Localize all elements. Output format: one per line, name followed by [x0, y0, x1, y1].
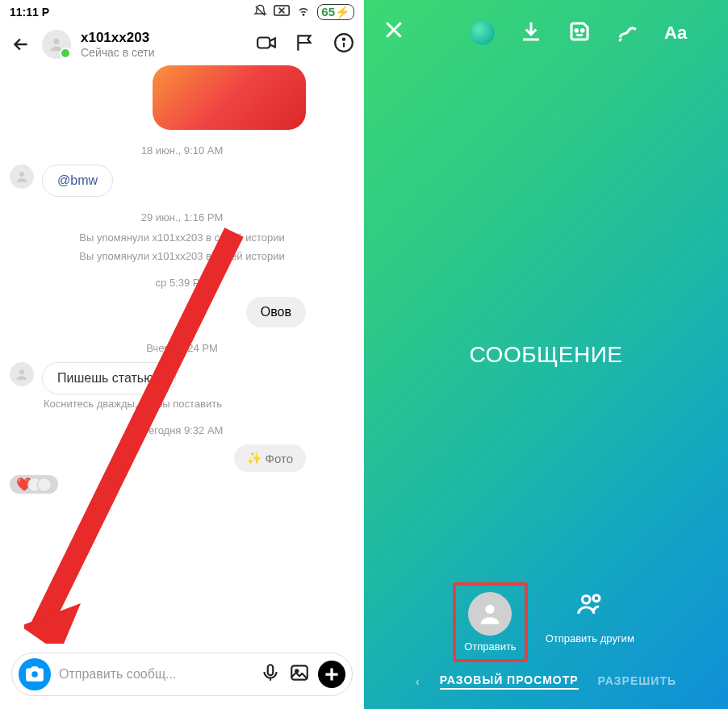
- color-picker-icon[interactable]: [471, 21, 495, 45]
- app-indicator-icon: P: [42, 6, 49, 19]
- back-button[interactable]: [10, 33, 32, 56]
- story-tabs: ‹ РАЗОВЫЙ ПРОСМОТР РАЗРЕШИТЬ: [416, 674, 676, 690]
- tab-once-view[interactable]: РАЗОВЫЙ ПРОСМОТР: [440, 674, 579, 690]
- video-call-icon[interactable]: [256, 32, 277, 56]
- gallery-icon[interactable]: [289, 662, 310, 686]
- chat-header: x101xx203 Сейчас в сети: [0, 23, 364, 65]
- timestamp: Вчера 9:24 PM: [10, 342, 354, 354]
- send-others[interactable]: Отправить другим: [546, 587, 634, 644]
- svg-point-15: [486, 605, 495, 614]
- send-label: Отправить: [464, 640, 516, 653]
- draw-icon[interactable]: [616, 19, 640, 47]
- mention-message[interactable]: @bmw: [42, 165, 113, 197]
- clock: 11:11: [10, 6, 39, 19]
- svg-point-13: [575, 29, 578, 31]
- message-composer[interactable]: Отправить сообщ...: [11, 653, 353, 696]
- timestamp: 29 июн., 1:16 PM: [10, 211, 354, 223]
- send-recipient[interactable]: Отправить: [458, 587, 522, 657]
- user-block[interactable]: x101xx203 Сейчас в сети: [81, 30, 155, 59]
- svg-point-8: [31, 671, 38, 678]
- composer-input[interactable]: Отправить сообщ...: [59, 667, 252, 682]
- battery-indicator: 65⚡: [317, 4, 354, 20]
- chevron-left-icon[interactable]: ‹: [416, 675, 420, 688]
- wifi-icon: [296, 3, 311, 20]
- outgoing-message[interactable]: Овов: [246, 297, 306, 327]
- svg-point-14: [582, 29, 584, 31]
- send-others-label: Отправить другим: [546, 632, 634, 644]
- status-bar: 11:11 P 65⚡: [0, 0, 364, 23]
- timestamp: Сегодня 9:32 AM: [10, 424, 354, 436]
- svg-point-2: [53, 39, 59, 44]
- system-message: Вы упомянули x101xx203 в своей истории: [10, 250, 354, 262]
- timestamp: 18 июн., 9:10 AM: [10, 144, 354, 156]
- tab-allow[interactable]: РАЗРЕШИТЬ: [598, 674, 676, 689]
- msg-avatar[interactable]: [10, 362, 34, 386]
- svg-point-16: [582, 596, 590, 604]
- download-icon[interactable]: [519, 19, 543, 47]
- sticker-icon[interactable]: [567, 19, 592, 47]
- flag-icon[interactable]: [295, 32, 316, 56]
- double-tap-hint: Коснитесь дважды, чтобы поставить: [44, 398, 354, 410]
- user-status: Сейчас в сети: [81, 46, 155, 59]
- incoming-message[interactable]: Пишешь статью?: [42, 362, 176, 394]
- info-icon[interactable]: [333, 32, 354, 56]
- username: x101xx203: [81, 30, 155, 46]
- svg-rect-9: [268, 665, 274, 675]
- sent-image-thumbnail[interactable]: [153, 65, 306, 130]
- system-message: Вы упомянули x101xx203 в своей истории: [10, 231, 354, 244]
- reaction-row[interactable]: ❤️: [10, 475, 306, 494]
- svg-point-5: [343, 39, 345, 40]
- chat-body: 18 июн., 9:10 AM @bmw 29 июн., 1:16 PM В…: [0, 65, 364, 646]
- story-toolbar: Aa: [364, 0, 728, 65]
- group-icon: [574, 587, 606, 619]
- story-text[interactable]: СООБЩЕНИЕ: [470, 342, 623, 368]
- plus-button[interactable]: [318, 661, 345, 688]
- close-icon[interactable]: [382, 18, 406, 48]
- svg-point-7: [19, 369, 24, 374]
- mic-icon[interactable]: [260, 662, 281, 686]
- header-avatar[interactable]: [42, 30, 71, 59]
- msg-avatar[interactable]: [10, 165, 34, 189]
- svg-point-1: [303, 15, 305, 16]
- timestamp: ср 5:39 PM: [10, 277, 354, 289]
- recipient-avatar: [468, 592, 512, 636]
- text-tool-icon[interactable]: Aa: [664, 23, 687, 44]
- dnd-icon: [253, 4, 267, 20]
- svg-point-6: [19, 172, 24, 177]
- camera-button[interactable]: [19, 658, 51, 690]
- power-box-icon: [274, 5, 290, 19]
- photo-chip[interactable]: ✨ Фото: [234, 444, 306, 472]
- svg-rect-3: [257, 38, 270, 48]
- svg-point-17: [593, 595, 600, 602]
